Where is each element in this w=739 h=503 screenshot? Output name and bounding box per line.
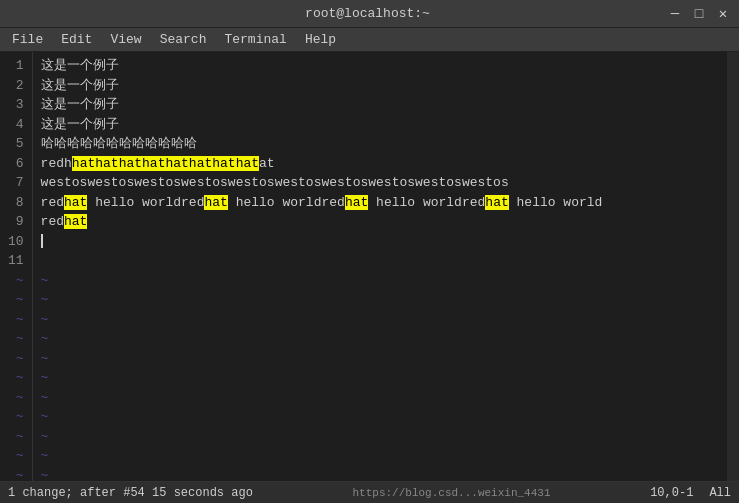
line-num-tilde-5: ~ (8, 349, 24, 369)
line-num-4: 4 (8, 115, 24, 135)
code-line-1: 这是一个例子 (41, 56, 719, 76)
status-position: 10,0-1 (650, 486, 693, 500)
code-line-9: redhat (41, 212, 719, 232)
tilde-line-3: ~ (41, 310, 719, 330)
scrollbar[interactable] (727, 52, 739, 481)
status-change-info: 1 change; after #54 15 seconds ago (8, 486, 253, 500)
menu-file[interactable]: File (4, 30, 51, 49)
line-num-tilde-8: ~ (8, 407, 24, 427)
tilde-line-7: ~ (41, 388, 719, 408)
editor-container: 1 2 3 4 5 6 7 8 9 10 11 ~ ~ ~ ~ ~ ~ ~ ~ … (0, 52, 739, 481)
line-num-6: 6 (8, 154, 24, 174)
line-num-tilde-2: ~ (8, 290, 24, 310)
line-num-tilde-1: ~ (8, 271, 24, 291)
code-line-4: 这是一个例子 (41, 115, 719, 135)
menu-view[interactable]: View (102, 30, 149, 49)
close-button[interactable]: ✕ (715, 6, 731, 22)
code-line-2: 这是一个例子 (41, 76, 719, 96)
tilde-line-10: ~ (41, 446, 719, 466)
tilde-line-8: ~ (41, 407, 719, 427)
title-bar: root@localhost:~ ─ □ ✕ (0, 0, 739, 28)
tilde-line-1: ~ (41, 271, 719, 291)
code-line-7: westoswestoswestoswestoswestoswestoswest… (41, 173, 719, 193)
code-line-10 (41, 232, 719, 252)
code-line-5: 哈哈哈哈哈哈哈哈哈哈哈哈 (41, 134, 719, 154)
line-num-tilde-4: ~ (8, 329, 24, 349)
line-num-7: 7 (8, 173, 24, 193)
code-content[interactable]: 这是一个例子 这是一个例子 这是一个例子 这是一个例子 哈哈哈哈哈哈哈哈哈哈哈哈… (33, 52, 727, 481)
tilde-line-9: ~ (41, 427, 719, 447)
line-num-1: 1 (8, 56, 24, 76)
highlight-8d: hat (485, 195, 508, 210)
line-num-tilde-6: ~ (8, 368, 24, 388)
status-url: https://blog.csd...weixin_4431 (352, 487, 550, 499)
line-num-8: 8 (8, 193, 24, 213)
menu-edit[interactable]: Edit (53, 30, 100, 49)
tilde-line-4: ~ (41, 329, 719, 349)
menu-terminal[interactable]: Terminal (216, 30, 294, 49)
text-cursor (41, 234, 43, 248)
tilde-line-2: ~ (41, 290, 719, 310)
code-line-8: redhat hello worldredhat hello worldredh… (41, 193, 719, 213)
code-line-6: redhhathathathathathathathatat (41, 154, 719, 174)
status-bar: 1 change; after #54 15 seconds ago https… (0, 481, 739, 503)
menu-bar: File Edit View Search Terminal Help (0, 28, 739, 52)
tilde-line-5: ~ (41, 349, 719, 369)
line-num-9: 9 (8, 212, 24, 232)
code-line-11 (41, 251, 719, 271)
line-num-11: 11 (8, 251, 24, 271)
highlight-6: hathathathathathathathat (72, 156, 259, 171)
tilde-line-11: ~ (41, 466, 719, 482)
line-numbers: 1 2 3 4 5 6 7 8 9 10 11 ~ ~ ~ ~ ~ ~ ~ ~ … (0, 52, 33, 481)
line-num-tilde-11: ~ (8, 466, 24, 482)
window-title: root@localhost:~ (68, 6, 667, 21)
code-line-3: 这是一个例子 (41, 95, 719, 115)
line-num-tilde-7: ~ (8, 388, 24, 408)
menu-search[interactable]: Search (152, 30, 215, 49)
line-num-3: 3 (8, 95, 24, 115)
highlight-8c: hat (345, 195, 368, 210)
menu-help[interactable]: Help (297, 30, 344, 49)
highlight-8b: hat (204, 195, 227, 210)
minimize-button[interactable]: ─ (667, 6, 683, 22)
line-num-tilde-10: ~ (8, 446, 24, 466)
line-num-10: 10 (8, 232, 24, 252)
line-num-tilde-9: ~ (8, 427, 24, 447)
maximize-button[interactable]: □ (691, 6, 707, 22)
line-num-tilde-3: ~ (8, 310, 24, 330)
line-num-2: 2 (8, 76, 24, 96)
line-num-5: 5 (8, 134, 24, 154)
highlight-8a: hat (64, 195, 87, 210)
highlight-9: hat (64, 214, 87, 229)
tilde-line-6: ~ (41, 368, 719, 388)
status-all: All (709, 486, 731, 500)
